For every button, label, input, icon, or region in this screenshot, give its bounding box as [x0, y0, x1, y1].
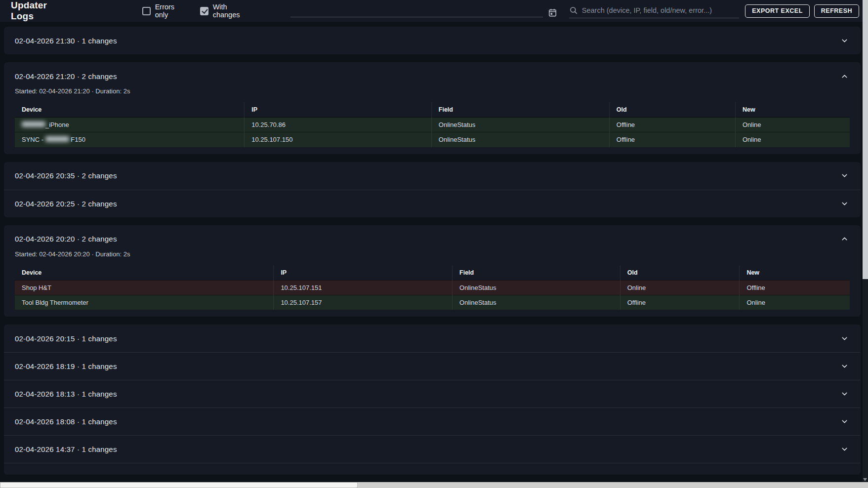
device-cell: SYNC - F150 — [15, 132, 245, 147]
new-cell: Online — [735, 118, 850, 132]
log-entry-header[interactable]: 02-04-2026 20:15 · 1 changes — [4, 325, 861, 352]
field-cell: OnlineStatus — [431, 132, 609, 147]
log-entry-header[interactable]: 02-04-2026 18:13 · 1 changes — [4, 380, 861, 407]
entry-summary: 02-04-2026 18:08 · 1 changes — [15, 417, 117, 426]
errors-only-label: Errors only — [155, 3, 186, 19]
search-icon — [569, 6, 578, 15]
change-row: _iPhone10.25.70.86OnlineStatusOfflineOnl… — [15, 118, 850, 132]
chevron-down-icon — [840, 200, 849, 208]
change-row: SYNC - F15010.25.107.150OnlineStatusOffl… — [15, 132, 850, 147]
column-header: IP — [274, 265, 453, 281]
date-range-field — [290, 4, 558, 17]
log-entry-header[interactable]: 02-04-2026 20:25 · 2 changes — [4, 190, 861, 217]
log-entry-header[interactable]: 02-04-2026 14:37 · 1 changes — [4, 435, 861, 463]
old-cell: Online — [620, 280, 740, 295]
entry-summary: 02-04-2026 20:25 · 2 changes — [15, 200, 117, 208]
horizontal-scrollbar-thumb[interactable] — [0, 482, 358, 488]
redacted-text — [22, 122, 45, 127]
entry-summary: 02-04-2026 20:35 · 2 changes — [15, 171, 117, 180]
search-field — [569, 3, 739, 18]
entry-summary: 02-04-2026 18:13 · 1 changes — [15, 390, 117, 398]
log-entry-header[interactable]: 02-04-2026 21:20 · 2 changes — [4, 62, 861, 90]
column-header: Device — [15, 265, 274, 281]
vertical-scrollbar-thumb[interactable] — [863, 0, 868, 279]
date-range-input[interactable] — [290, 4, 543, 17]
log-entry-header[interactable]: 02-04-2026 18:08 · 1 changes — [4, 407, 861, 435]
export-excel-button[interactable]: EXPORT EXCEL — [745, 4, 810, 18]
entry-run-info: Started: 02-04-2026 21:20 · Duration: 2s — [15, 87, 850, 95]
column-header: Old — [609, 102, 735, 118]
chevron-down-icon — [840, 334, 849, 343]
checkbox-box[interactable] — [142, 7, 151, 15]
field-cell: OnlineStatus — [453, 295, 620, 310]
toolbar: Updater Logs Errors only With changes EX… — [0, 0, 868, 22]
old-cell: Offline — [609, 132, 735, 147]
field-cell: OnlineStatus — [431, 118, 609, 132]
scrollbar-down-arrow-icon[interactable] — [863, 478, 867, 481]
device-cell: Shop H&T — [15, 280, 274, 295]
old-cell: Offline — [620, 295, 740, 310]
table-header-row: DeviceIPFieldOldNew — [15, 265, 850, 281]
with-changes-label: With changes — [213, 3, 252, 19]
log-entry-card: 02-04-2026 21:20 · 2 changesStarted: 02-… — [4, 62, 861, 154]
calendar-button[interactable] — [547, 8, 558, 17]
ip-cell: 10.25.107.157 — [274, 295, 453, 310]
errors-only-checkbox[interactable]: Errors only — [142, 3, 186, 19]
log-entry-header[interactable]: 02-04-2026 18:19 · 1 changes — [4, 352, 861, 380]
chevron-down-icon — [840, 390, 849, 398]
ip-cell: 10.25.107.151 — [274, 280, 453, 295]
horizontal-scrollbar[interactable] — [0, 482, 868, 488]
device-cell: _iPhone — [15, 118, 245, 132]
chevron-down-icon — [840, 445, 849, 453]
column-header: New — [740, 265, 850, 281]
entry-details: Started: 02-04-2026 21:20 · Duration: 2s… — [4, 87, 861, 154]
ip-cell: 10.25.70.86 — [245, 118, 432, 132]
page-title: Updater Logs — [11, 0, 68, 22]
chevron-down-icon — [840, 37, 849, 45]
column-header: Old — [620, 265, 740, 281]
log-entry-group: 02-04-2026 20:35 · 2 changes02-04-2026 2… — [4, 162, 861, 217]
entry-summary: 02-04-2026 14:37 · 1 changes — [15, 445, 117, 453]
entry-summary: 02-04-2026 21:30 · 1 changes — [15, 37, 117, 45]
entry-summary: 02-04-2026 21:20 · 2 changes — [15, 72, 117, 81]
ip-cell: 10.25.107.150 — [245, 132, 432, 147]
column-header: New — [735, 102, 850, 118]
calendar-icon — [548, 8, 557, 17]
changes-table: DeviceIPFieldOldNew_iPhone10.25.70.86Onl… — [15, 102, 850, 147]
column-header: Device — [15, 102, 245, 118]
log-entry-header[interactable] — [4, 463, 861, 475]
checkbox-box[interactable] — [200, 7, 208, 15]
log-entry-header[interactable]: 02-04-2026 20:20 · 2 changes — [4, 225, 861, 253]
log-entry-group: 02-04-2026 20:15 · 1 changes02-04-2026 1… — [4, 325, 861, 475]
field-cell: OnlineStatus — [453, 280, 620, 295]
chevron-down-icon — [840, 171, 849, 180]
column-header: IP — [245, 102, 432, 118]
chevron-down-icon — [840, 417, 849, 426]
search-input[interactable] — [582, 6, 739, 14]
device-cell: Tool Bldg Thermometer — [15, 295, 274, 310]
log-entry-card: 02-04-2026 20:20 · 2 changesStarted: 02-… — [4, 225, 861, 317]
new-cell: Online — [735, 132, 850, 147]
entry-summary: 02-04-2026 20:15 · 1 changes — [15, 334, 117, 343]
log-list: 02-04-2026 21:30 · 1 changes02-04-2026 2… — [0, 22, 868, 475]
chevron-up-icon — [840, 72, 849, 81]
log-entry-header[interactable]: 02-04-2026 20:35 · 2 changes — [4, 162, 861, 190]
change-row: Shop H&T10.25.107.151OnlineStatusOnlineO… — [15, 280, 850, 295]
vertical-scrollbar[interactable] — [863, 0, 868, 482]
refresh-button[interactable]: REFRESH — [814, 4, 859, 18]
entry-details: Started: 02-04-2026 20:20 · Duration: 2s… — [4, 250, 861, 317]
table-header-row: DeviceIPFieldOldNew — [15, 102, 850, 118]
changes-table: DeviceIPFieldOldNewShop H&T10.25.107.151… — [15, 265, 850, 310]
log-entry-header[interactable]: 02-04-2026 21:30 · 1 changes — [4, 27, 861, 54]
new-cell: Offline — [740, 280, 850, 295]
change-row: Tool Bldg Thermometer10.25.107.157Online… — [15, 295, 850, 310]
with-changes-checkbox[interactable]: With changes — [200, 3, 252, 19]
chevron-up-icon — [840, 235, 849, 243]
new-cell: Online — [740, 295, 850, 310]
old-cell: Offline — [609, 118, 735, 132]
chevron-down-icon — [840, 362, 849, 370]
entry-summary: 02-04-2026 18:19 · 1 changes — [15, 362, 117, 370]
redacted-text — [45, 136, 69, 142]
entry-summary: 02-04-2026 20:20 · 2 changes — [15, 235, 117, 243]
column-header: Field — [431, 102, 609, 118]
